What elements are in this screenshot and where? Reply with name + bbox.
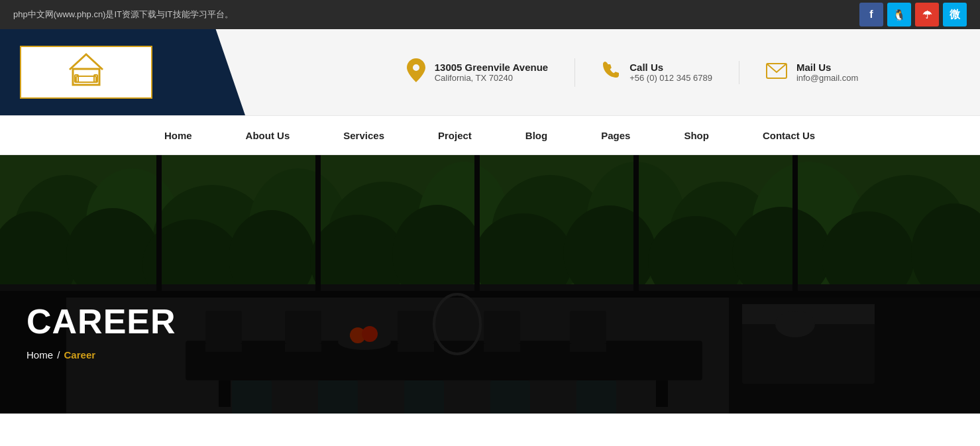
facebook-icon[interactable]: f [859, 3, 883, 27]
navigation: Home About Us Services Project Blog Page… [0, 115, 980, 155]
hero-section: CAREER Home / Career [0, 155, 980, 414]
wechat-icon[interactable]: ☂ [915, 3, 939, 27]
svg-rect-66 [0, 155, 980, 414]
hero-content: CAREER Home / Career [27, 302, 176, 361]
header-contact: 13005 Greenvile Avenue California, TX 70… [245, 58, 980, 87]
svg-rect-1 [76, 76, 96, 82]
contact-phone: Call Us +56 (0) 012 345 6789 [575, 61, 739, 84]
nav-blog[interactable]: Blog [499, 115, 574, 155]
address-info: 13005 Greenvile Avenue California, TX 70… [435, 62, 549, 83]
breadcrumb: Home / Career [27, 349, 176, 361]
nav-project[interactable]: Project [411, 115, 499, 155]
weibo-icon[interactable]: 微 [943, 3, 967, 27]
nav-contact[interactable]: Contact Us [736, 115, 842, 155]
breadcrumb-separator: / [57, 349, 60, 361]
nav-shop[interactable]: Shop [657, 115, 736, 155]
top-bar: php中文网(www.php.cn)是IT资源下载与IT技能学习平台。 f 🐧 … [0, 0, 980, 29]
hero-background-svg [0, 155, 980, 414]
logo-box [20, 46, 152, 99]
location-icon [407, 58, 425, 87]
breadcrumb-home[interactable]: Home [27, 349, 53, 361]
contact-address: 13005 Greenvile Avenue California, TX 70… [380, 58, 576, 87]
breadcrumb-current: Career [64, 349, 96, 361]
qq-icon[interactable]: 🐧 [887, 3, 911, 27]
logo-icon [66, 51, 106, 93]
top-bar-text: php中文网(www.php.cn)是IT资源下载与IT技能学习平台。 [13, 9, 233, 21]
mail-us-label: Mail Us [796, 62, 858, 73]
contact-email: Mail Us info@gmail.com [739, 61, 885, 84]
header: 13005 Greenvile Avenue California, TX 70… [0, 29, 980, 115]
nav-about[interactable]: About Us [219, 115, 317, 155]
email-address: info@gmail.com [796, 73, 858, 83]
phone-info: Call Us +56 (0) 012 345 6789 [629, 62, 712, 83]
phone-icon [602, 61, 620, 84]
address-line1: 13005 Greenvile Avenue [435, 62, 549, 73]
mail-icon [766, 61, 787, 84]
phone-number: +56 (0) 012 345 6789 [629, 73, 712, 83]
address-line2: California, TX 70240 [435, 73, 549, 83]
call-us-label: Call Us [629, 62, 712, 73]
logo-area [0, 29, 245, 115]
page-title: CAREER [27, 302, 176, 341]
social-icons: f 🐧 ☂ 微 [859, 3, 967, 27]
email-info: Mail Us info@gmail.com [796, 62, 858, 83]
nav-home[interactable]: Home [138, 115, 219, 155]
nav-items: Home About Us Services Project Blog Page… [138, 115, 842, 155]
nav-pages[interactable]: Pages [574, 115, 657, 155]
nav-services[interactable]: Services [317, 115, 411, 155]
